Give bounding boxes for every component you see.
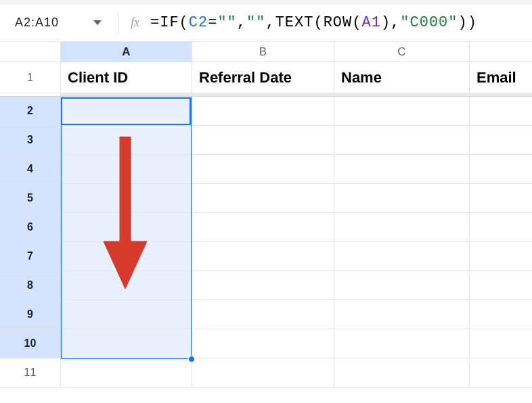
formula-input[interactable]: =IF(C2="","",TEXT(ROW(A1),"C000")) [150, 14, 477, 31]
cell-B3[interactable] [192, 126, 334, 155]
table-row: 4 [0, 155, 532, 184]
table-row: 1 Client ID Referral Date Name Email [0, 62, 532, 93]
row-header-1[interactable]: 1 [0, 62, 61, 93]
table-row: 9 [0, 300, 532, 329]
cell-A2[interactable] [61, 97, 192, 126]
table-row: 5 [0, 184, 532, 213]
cell-C8[interactable] [334, 271, 470, 300]
formula-bar: A2:A10 fx =IF(C2="","",TEXT(ROW(A1),"C00… [0, 4, 532, 42]
cell-C5[interactable] [334, 184, 470, 213]
table-row: 11 [0, 358, 532, 387]
row-header-7[interactable]: 7 [0, 242, 61, 271]
cell-C1[interactable]: Name [334, 62, 470, 93]
cell-A1[interactable]: Client ID [61, 62, 192, 93]
cell-B9[interactable] [192, 300, 334, 329]
table-row: 8 [0, 271, 532, 300]
spreadsheet-grid[interactable]: A B C 1 Client ID Referral Date Name Ema… [0, 42, 532, 387]
cell-D7[interactable] [470, 242, 532, 271]
row-header-3[interactable]: 3 [0, 126, 61, 155]
cell-C6[interactable] [334, 213, 470, 242]
row-header-2[interactable]: 2 [0, 97, 61, 126]
cell-B2[interactable] [192, 97, 334, 126]
cell-A8[interactable] [61, 271, 192, 300]
row-header-11[interactable]: 11 [0, 358, 61, 387]
cell-B1[interactable]: Referral Date [192, 62, 334, 93]
cell-D8[interactable] [470, 271, 532, 300]
cell-C9[interactable] [334, 300, 470, 329]
table-row: 6 [0, 213, 532, 242]
cell-D4[interactable] [470, 155, 532, 184]
cell-B5[interactable] [192, 184, 334, 213]
caret-down-icon [93, 20, 102, 25]
cell-D3[interactable] [470, 126, 532, 155]
name-box[interactable]: A2:A10 [8, 11, 108, 35]
table-row: 7 [0, 242, 532, 271]
cell-C10[interactable] [334, 329, 470, 358]
cell-B10[interactable] [192, 329, 334, 358]
cell-D9[interactable] [470, 300, 532, 329]
row-header-9[interactable]: 9 [0, 300, 61, 329]
cell-C7[interactable] [334, 242, 470, 271]
cell-A3[interactable] [61, 126, 192, 155]
table-row: 10 [0, 329, 532, 358]
cell-D2[interactable] [470, 97, 532, 126]
cell-A11[interactable] [61, 358, 192, 387]
cell-B11[interactable] [192, 358, 334, 387]
row-header-10[interactable]: 10 [0, 329, 61, 358]
row-header-6[interactable]: 6 [0, 213, 61, 242]
col-header-C[interactable]: C [334, 42, 470, 62]
divider [118, 13, 118, 33]
cell-C2[interactable] [334, 97, 470, 126]
cell-D1[interactable]: Email [470, 62, 532, 93]
table-row: 3 [0, 126, 532, 155]
cell-A4[interactable] [61, 155, 192, 184]
cell-B8[interactable] [192, 271, 334, 300]
row-header-5[interactable]: 5 [0, 184, 61, 213]
row-header-8[interactable]: 8 [0, 271, 61, 300]
cell-D5[interactable] [470, 184, 532, 213]
cell-A5[interactable] [61, 184, 192, 213]
name-box-value: A2:A10 [15, 16, 59, 30]
select-all-corner[interactable] [0, 42, 61, 62]
row-header-4[interactable]: 4 [0, 155, 61, 184]
col-header-D[interactable] [470, 42, 532, 62]
col-header-B[interactable]: B [192, 42, 334, 62]
cell-A6[interactable] [61, 213, 192, 242]
cell-B4[interactable] [192, 155, 334, 184]
cell-D10[interactable] [470, 329, 532, 358]
cell-A10[interactable] [61, 329, 192, 358]
column-header-row: A B C [0, 42, 532, 62]
cell-A9[interactable] [61, 300, 192, 329]
cell-C11[interactable] [334, 358, 470, 387]
cell-C3[interactable] [334, 126, 470, 155]
cell-D11[interactable] [470, 358, 532, 387]
cell-D6[interactable] [470, 213, 532, 242]
cell-A7[interactable] [61, 242, 192, 271]
table-row: 2 [0, 97, 532, 126]
cell-B6[interactable] [192, 213, 334, 242]
cell-B7[interactable] [192, 242, 334, 271]
fx-icon: fx [131, 16, 139, 30]
cell-C4[interactable] [334, 155, 470, 184]
col-header-A[interactable]: A [61, 42, 192, 62]
